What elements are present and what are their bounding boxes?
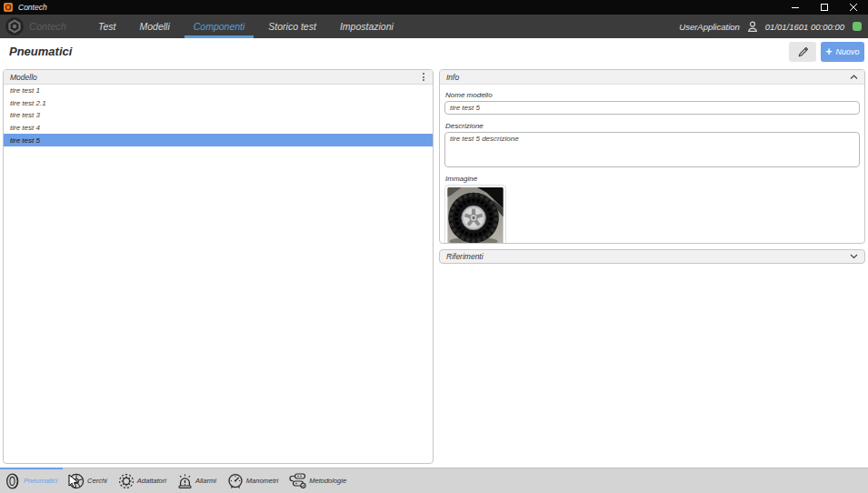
riferimenti-section-title: Riferimenti [446, 252, 484, 261]
model-column-header: Modello [10, 73, 37, 82]
name-field-label: Nome modello [445, 91, 859, 99]
close-icon [850, 4, 857, 11]
description-textarea[interactable]: tire test 5 descrizione [444, 132, 860, 167]
maximize-button[interactable] [810, 0, 839, 15]
page-title: Pneumatici [9, 45, 72, 58]
user-name: UserApplication [679, 22, 740, 32]
datetime: 01/01/1601 00:00:00 [765, 22, 844, 32]
model-list-panel: Modello tire test 1 tire test 2.1 tire t… [3, 69, 434, 464]
info-section-title: Info [446, 73, 459, 82]
tab-componenti[interactable]: Componenti [182, 15, 257, 38]
gauge-icon [227, 473, 244, 489]
toolbar-item-adattatori[interactable]: Adattatori [113, 468, 172, 493]
chevron-up-icon [850, 75, 858, 80]
adapter-gear-icon [118, 473, 135, 489]
window-title: Contech [18, 3, 47, 12]
window-controls [781, 0, 868, 15]
tab-storico-test[interactable]: Storico test [256, 15, 328, 38]
new-button[interactable]: + Nuovo [821, 42, 864, 62]
contech-logo-icon [5, 17, 24, 35]
tab-modelli[interactable]: Modelli [127, 15, 181, 38]
pencil-icon [797, 46, 809, 58]
kebab-menu-icon[interactable] [421, 71, 426, 83]
navbar: Contech Test Modelli Componenti Storico … [0, 15, 868, 38]
new-button-label: Nuovo [836, 47, 860, 56]
toolbar-item-allarmi[interactable]: Allarmi [172, 468, 222, 493]
name-input[interactable] [444, 101, 860, 115]
description-field-label: Descrizione [445, 122, 859, 130]
list-item-tire-test-1[interactable]: tire test 1 [4, 85, 433, 97]
brand-name: Contech [29, 21, 66, 32]
list-item-tire-test-2-1[interactable]: tire test 2.1 [4, 97, 433, 110]
list-item-tire-test-3[interactable]: tire test 3 [4, 109, 433, 122]
info-panel: Info Nome modello Descrizione tire test … [439, 69, 865, 244]
plus-icon: + [825, 46, 832, 57]
connection-status-indicator [853, 22, 862, 31]
list-item-tire-test-5[interactable]: tire test 5 [4, 134, 433, 146]
user-icon[interactable] [746, 20, 759, 33]
tab-test[interactable]: Test [86, 15, 127, 38]
alarm-icon [177, 473, 193, 489]
tire-photo [447, 187, 504, 244]
titlebar: Contech [0, 0, 868, 15]
component-toolbar: Pneumatici Cerchi [0, 468, 868, 493]
close-button[interactable] [839, 0, 868, 15]
riferimenti-section-header[interactable]: Riferimenti [439, 249, 865, 264]
toolbar-label: Adattatori [137, 477, 166, 485]
chevron-down-icon [850, 254, 858, 259]
edit-button[interactable] [789, 42, 816, 62]
toolbar-label: Allarmi [195, 477, 216, 485]
nav-user-area: UserApplication 01/01/1601 00:00:00 [679, 20, 862, 33]
tab-impostazioni[interactable]: Impostazioni [328, 15, 405, 38]
toolbar-item-metodologie[interactable]: Metodologie [284, 468, 352, 493]
toolbar-item-manometri[interactable]: Manometri [222, 468, 284, 493]
toolbar-label: Metodologie [309, 477, 346, 485]
toolbar-label: Cerchi [87, 477, 107, 485]
image-field-label: Immagine [445, 175, 859, 183]
maximize-icon [821, 4, 828, 11]
toolbar-item-cerchi[interactable]: Cerchi [63, 468, 113, 493]
app-icon [4, 3, 13, 12]
model-list-header: Modello [4, 70, 433, 85]
app-logo-icon [5, 4, 12, 11]
minimize-icon [792, 4, 799, 11]
list-item-tire-test-4[interactable]: tire test 4 [4, 122, 433, 135]
minimize-button[interactable] [781, 0, 810, 15]
rim-icon [68, 473, 85, 489]
info-section-header[interactable]: Info [440, 70, 864, 85]
methodology-icon [289, 473, 306, 488]
toolbar-label: Manometri [246, 477, 278, 485]
toolbar-item-pneumatici[interactable]: Pneumatici [0, 468, 63, 493]
info-body: Nome modello Descrizione tire test 5 des… [440, 85, 864, 244]
model-image-thumbnail[interactable] [444, 185, 506, 244]
tire-icon [5, 473, 21, 489]
nav-tabs: Test Modelli Componenti Storico test Imp… [86, 15, 405, 38]
toolbar-label: Pneumatici [24, 477, 57, 485]
